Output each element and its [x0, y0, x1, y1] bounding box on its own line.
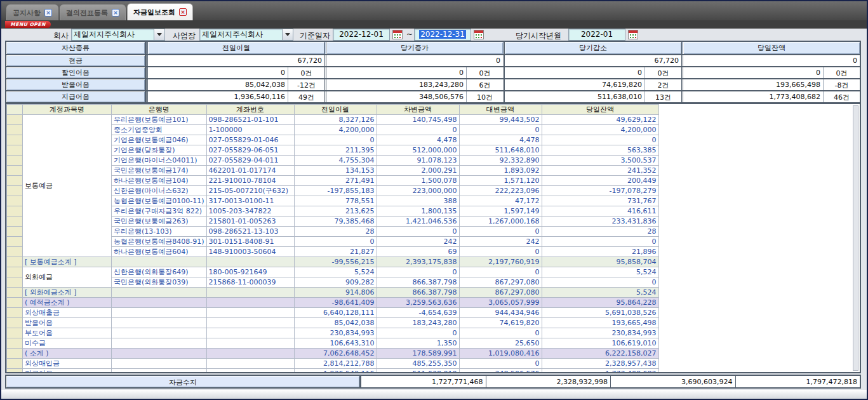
row-selector-cell[interactable]	[7, 125, 23, 135]
row-selector-cell[interactable]	[7, 206, 23, 217]
amount-cell: 242	[459, 237, 542, 247]
grid-row[interactable]: 외화예금신한은행(외화통장649)180-005-9216495,524005,…	[7, 267, 659, 277]
account-number-cell: 221-910010-78104	[206, 176, 294, 186]
row-selector-cell[interactable]	[7, 288, 23, 298]
row-selector-cell[interactable]	[7, 298, 23, 308]
row-selector-cell[interactable]	[7, 247, 23, 257]
grid-row[interactable]: 지급어음1,936,540,116511,638,010348,506,5761…	[7, 369, 659, 374]
calendar-icon[interactable]	[474, 30, 484, 39]
amount-cell: 271,491	[294, 176, 377, 186]
grid-row[interactable]: 부도어음230,834,99300230,834,993	[7, 328, 659, 338]
row-selector-cell[interactable]	[7, 318, 23, 328]
amount-cell: 0	[459, 247, 542, 257]
summary-cell: 00건	[503, 67, 681, 78]
chevron-down-icon[interactable]	[282, 29, 293, 40]
account-number-cell: 098-286521-01-101	[206, 115, 294, 125]
row-selector-cell[interactable]	[7, 217, 23, 227]
amount-cell: 5,524	[294, 267, 377, 277]
summary-amount: 67,720	[148, 55, 324, 66]
grid-row[interactable]: 외상매입금2,814,212,788485,255,35002,328,957,…	[7, 359, 659, 369]
base-date-from-input[interactable]: 2022-12-01	[333, 29, 390, 41]
company-label: 회사	[53, 30, 69, 41]
account-name-cell: 지급어음	[23, 369, 112, 374]
amount-cell: 0	[459, 227, 542, 237]
vertical-scrollbar[interactable]	[853, 105, 858, 371]
row-selector-cell[interactable]	[7, 277, 23, 288]
grid-row[interactable]: 미수금106,643,3101,35025,650106,619,010	[7, 338, 659, 349]
grid-col-header[interactable]: 대변금액	[459, 105, 542, 115]
grid-row[interactable]: [ 외화예금소계 ]914,806866,387,798867,297,0805…	[7, 288, 659, 298]
grid-row[interactable]: ( 예적금소계 )-98,641,4093,259,563,6363,065,0…	[7, 298, 659, 308]
grid-col-header[interactable]: 은행명	[112, 105, 207, 115]
grid-col-header[interactable]: 차변금액	[377, 105, 459, 115]
close-icon[interactable]: ×	[179, 8, 187, 16]
row-selector-cell[interactable]	[7, 369, 23, 374]
summary-amount: 67,720	[505, 55, 681, 66]
row-selector-cell[interactable]	[7, 145, 23, 156]
row-selector-cell[interactable]	[7, 186, 23, 196]
tab-자금일보조회[interactable]: 자금일보조회×	[127, 3, 193, 20]
menu-open-button[interactable]: MENU OPEN	[5, 21, 51, 28]
close-icon[interactable]: ×	[44, 9, 52, 17]
amount-cell: 95,858,704	[542, 257, 658, 267]
grid-col-header[interactable]: 전일이월	[294, 105, 377, 115]
amount-cell: 242	[377, 237, 459, 247]
row-selector-cell[interactable]	[7, 156, 23, 166]
tab-결의전표등록[interactable]: 결의전표등록×	[60, 4, 126, 20]
row-selector-cell[interactable]	[7, 349, 23, 359]
bank-name-cell: 국민은행(보통예금174)	[112, 166, 207, 176]
summary-row[interactable]: 지급어음1,936,540,11649건348,506,57610건511,63…	[6, 90, 860, 102]
bank-name-cell: 우리은행(13-103)	[112, 227, 207, 237]
footer-amount: 1,797,472,818	[735, 376, 860, 387]
grid-row[interactable]: ( 소계 )7,062,648,452178,589,9911,019,080,…	[7, 349, 659, 359]
grid-row[interactable]: [ 보통예금소계 ]-99,556,2152,393,175,8382,197,…	[7, 257, 659, 267]
summary-cell: 00건	[146, 67, 324, 78]
calendar-icon[interactable]	[392, 30, 403, 39]
period-start-input[interactable]: 2022-01	[568, 29, 625, 41]
row-selector-cell[interactable]	[7, 257, 23, 267]
account-number-cell: 301-0151-8408-91	[206, 237, 294, 247]
grid-col-header[interactable]: 계정과목명	[23, 105, 112, 115]
base-date-to-value: 2022-12-31	[419, 30, 466, 39]
amount-cell: 1,267,000,168	[459, 217, 542, 227]
row-selector-cell[interactable]	[7, 237, 23, 247]
company-select[interactable]: 제일저지주식회사	[71, 29, 165, 41]
row-selector-cell[interactable]	[7, 135, 23, 145]
row-selector-cell[interactable]	[7, 115, 23, 125]
grid-row[interactable]: 보통예금우리은행(보통예금101)098-286521-01-1018,327,…	[7, 115, 659, 125]
amount-cell: 85,042,038	[294, 318, 377, 328]
summary-row[interactable]: 현금67,720067,7200	[6, 54, 860, 66]
amount-cell: 241,352	[542, 166, 658, 176]
amount-cell: 140,745,498	[377, 115, 459, 125]
tab-label: 자금일보조회	[133, 8, 175, 17]
bizplace-select[interactable]: 제일저지주식회사	[199, 29, 293, 41]
chevron-down-icon[interactable]	[154, 29, 164, 40]
amount-cell: 178,589,991	[377, 349, 459, 359]
bank-name-cell: 기업은행(마이너스04011)	[112, 156, 207, 166]
calendar-icon[interactable]	[628, 30, 638, 39]
amount-cell: 25,650	[459, 338, 542, 349]
row-selector-cell[interactable]	[7, 308, 23, 318]
grid-row[interactable]: 받을어음85,042,038183,243,28074,619,820193,6…	[7, 318, 659, 328]
summary-cell: 67,720	[146, 55, 324, 66]
row-selector-cell[interactable]	[7, 328, 23, 338]
row-selector-cell[interactable]	[7, 359, 23, 369]
grid-row[interactable]: 외상매출금6,640,128,111-4,654,639944,434,9465…	[7, 308, 659, 318]
summary-row[interactable]: 받을어음85,042,038-12건183,243,2806건74,619,82…	[6, 78, 860, 90]
row-selector-cell[interactable]	[7, 196, 23, 206]
row-selector-cell[interactable]	[7, 227, 23, 237]
amount-cell: 511,638,010	[377, 369, 459, 374]
tab-공지사항[interactable]: 공지사항×	[6, 4, 58, 20]
amount-cell: 3,500,537	[542, 156, 658, 166]
row-selector-cell[interactable]	[7, 176, 23, 186]
grid-col-header[interactable]: 계좌번호	[206, 105, 294, 115]
summary-row[interactable]: 할인어음00건00건00건00건	[6, 66, 860, 78]
base-date-to-input[interactable]: 2022-12-31	[414, 29, 471, 41]
row-selector-cell[interactable]	[7, 267, 23, 277]
grid-col-header[interactable]: 당일잔액	[542, 105, 658, 115]
close-icon[interactable]: ×	[112, 9, 119, 17]
row-selector-cell[interactable]	[7, 338, 23, 349]
amount-cell: 2,814,212,788	[294, 359, 377, 369]
account-number-cell: 215801-01-005263	[206, 217, 294, 227]
row-selector-cell[interactable]	[7, 166, 23, 176]
